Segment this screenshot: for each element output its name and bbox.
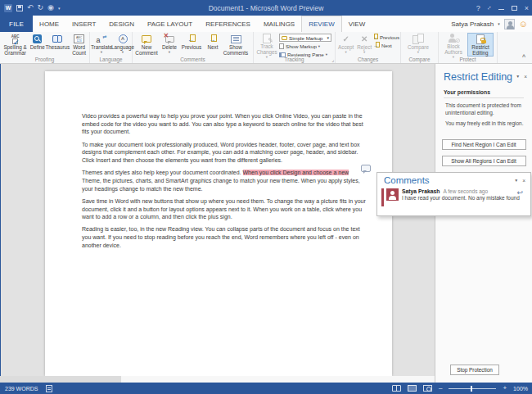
next-change-button[interactable]: → Next [373, 42, 399, 49]
redo-icon[interactable]: ↻ [38, 4, 44, 11]
avatar[interactable] [504, 19, 515, 29]
comments-menu-caret-icon[interactable]: ▼ [514, 178, 518, 183]
zoom-out-icon[interactable]: – [439, 385, 442, 392]
translate-button[interactable]: a⇄ Translate ▾ [91, 33, 112, 57]
group-label-protect: Protect [439, 56, 497, 63]
previous-change-label: Previous [380, 34, 399, 40]
paragraph-3[interactable]: Themes and styles also help keep your do… [82, 169, 367, 192]
pane-title: Restrict Editing [444, 71, 512, 83]
markup-mode-dropdown[interactable]: Simple Markup ▾ [279, 34, 331, 42]
zoom-in-icon[interactable]: + [503, 385, 507, 392]
tab-mailings[interactable]: MAILINGS [257, 16, 301, 32]
pane-menu-caret-icon[interactable]: ▼ [516, 74, 520, 79]
block-authors-button[interactable]: ⊘ Block Authors ▾ [440, 33, 467, 57]
permissions-heading: Your permissions [444, 89, 524, 98]
help-icon[interactable]: ? [476, 4, 480, 12]
read-mode-icon[interactable] [392, 385, 401, 392]
group-label-comments: Comments [133, 56, 253, 63]
spelling-grammar-button[interactable]: ABC✓ Spelling & Grammar [1, 33, 29, 57]
paragraph-1[interactable]: Video provides a powerful way to help yo… [82, 112, 367, 136]
find-next-region-button[interactable]: Find Next Region I Can Edit [442, 139, 526, 150]
fullscreen-toggle-icon[interactable]: ↕ [485, 4, 493, 11]
group-label-language: Language [90, 56, 132, 63]
previous-comment-icon: ← [187, 34, 196, 43]
show-comments-button[interactable]: Show Comments [222, 33, 250, 57]
collapse-ribbon-icon[interactable]: ^ [522, 54, 525, 60]
proofing-status-icon[interactable] [46, 385, 52, 392]
group-label-compare: Compare [401, 56, 438, 63]
group-comments: New Comment ✕ Delete ▾ ← Previous → Next… [133, 32, 254, 63]
ribbon-spacer: ^ [498, 32, 532, 63]
tab-page-layout[interactable]: PAGE LAYOUT [141, 16, 199, 32]
tab-review[interactable]: REVIEW [301, 16, 342, 32]
paragraph-2[interactable]: To make your document look professionall… [82, 141, 367, 165]
previous-change-button[interactable]: ← Previous [373, 34, 399, 41]
paragraph-5[interactable]: Reading is easier, too, in the new Readi… [82, 225, 367, 249]
minimize-icon[interactable] [498, 9, 504, 10]
next-comment-button[interactable]: → Next [204, 33, 222, 57]
document-page[interactable]: Video provides a powerful way to help yo… [45, 71, 392, 376]
ribbon: ABC✓ Spelling & Grammar Define Thesaurus… [0, 32, 532, 64]
horizontal-scrollbar[interactable] [0, 376, 435, 383]
markup-mode-icon [282, 36, 287, 40]
group-changes: ✓ Accept ▾ ✕ Reject ▾ ← Previous → Next … [336, 32, 401, 63]
delete-comment-button[interactable]: ✕ Delete ▾ [160, 33, 179, 57]
paragraph-3-before: Themes and styles also help keep your do… [82, 170, 243, 175]
comment-author-avatar [386, 188, 399, 201]
print-layout-icon[interactable] [408, 385, 417, 392]
tab-design[interactable]: DESIGN [102, 16, 141, 32]
language-button[interactable]: A Language ▾ [112, 33, 133, 57]
group-proofing: ABC✓ Spelling & Grammar Define Thesaurus… [0, 32, 90, 63]
user-menu-caret-icon[interactable]: ▾ [498, 21, 500, 26]
translate-icon: a⇄ [97, 34, 107, 44]
next-change-icon: → [373, 42, 380, 49]
compare-button[interactable]: Compare ▾ [402, 33, 435, 57]
group-protect: ⊘ Block Authors ▾ Restrict Editing Prote… [439, 32, 498, 63]
tab-insert[interactable]: INSERT [65, 16, 102, 32]
tab-view[interactable]: VIEW [342, 16, 372, 32]
word-count-icon: ABC123 [74, 34, 84, 43]
thesaurus-button[interactable]: Thesaurus [45, 33, 70, 57]
tab-file[interactable]: FILE [0, 16, 33, 32]
delete-comment-icon: ✕ [165, 36, 174, 43]
undo-icon[interactable]: ↶ [27, 4, 34, 11]
zoom-level[interactable]: 100% [513, 386, 528, 392]
previous-comment-button[interactable]: ← Previous [179, 33, 204, 57]
show-markup-label: Show Markup [286, 43, 317, 49]
zoom-slider-thumb[interactable] [471, 386, 472, 392]
tab-home[interactable]: HOME [33, 16, 65, 32]
paragraph-4[interactable]: Save time in Word with new buttons that … [82, 197, 367, 221]
track-changes-icon: ✎ [263, 34, 271, 43]
maximize-icon[interactable] [512, 6, 517, 11]
word-count-button[interactable]: ABC123 Word Count [70, 33, 88, 57]
comment-item[interactable]: Satya Prakash A few seconds ago I have r… [381, 188, 526, 206]
customize-qat-caret-icon[interactable]: ▾ [58, 6, 61, 11]
comments-close-icon[interactable]: × [522, 178, 525, 183]
new-comment-button[interactable]: New Comment [133, 33, 160, 57]
define-button[interactable]: Define [29, 33, 45, 57]
document-text[interactable]: Video provides a powerful way to help yo… [45, 71, 392, 250]
ribbon-tab-row: FILE HOME INSERT DESIGN PAGE LAYOUT REFE… [0, 16, 532, 32]
save-icon[interactable] [16, 5, 23, 11]
stop-protection-button[interactable]: Stop Protection [450, 365, 499, 375]
margin-comment-bubble-icon[interactable] [361, 165, 371, 172]
account-area[interactable]: Satya Prakash ▾ ☺ [451, 16, 532, 32]
track-changes-button[interactable]: ✎ Track Changes ▾ [255, 33, 279, 57]
reject-button[interactable]: ✕ Reject ▾ [355, 33, 373, 57]
web-layout-icon[interactable] [423, 385, 432, 392]
show-all-regions-button[interactable]: Show All Regions I Can Edit [442, 156, 526, 166]
horizontal-scrollbar-thumb[interactable] [0, 376, 121, 383]
restrict-editing-button[interactable]: Restrict Editing [467, 33, 494, 57]
highlighted-text[interactable]: When you click Design and choose a new [243, 170, 349, 175]
tab-references[interactable]: REFERENCES [199, 16, 257, 32]
show-markup-button[interactable]: Show Markup ▾ [279, 43, 333, 50]
accept-button[interactable]: ✓ Accept ▾ [336, 33, 355, 57]
comment-reply-icon[interactable]: ↩ [516, 189, 523, 197]
zoom-slider[interactable] [449, 388, 496, 389]
pane-close-icon[interactable]: × [524, 74, 527, 79]
record-icon[interactable]: ◉ [47, 4, 54, 11]
close-icon[interactable]: × [525, 4, 529, 12]
word-count-status[interactable]: 239 WORDS [5, 386, 38, 392]
feedback-smiley-icon[interactable]: ☺ [519, 20, 528, 29]
spelling-icon: ABC✓ [11, 34, 20, 44]
